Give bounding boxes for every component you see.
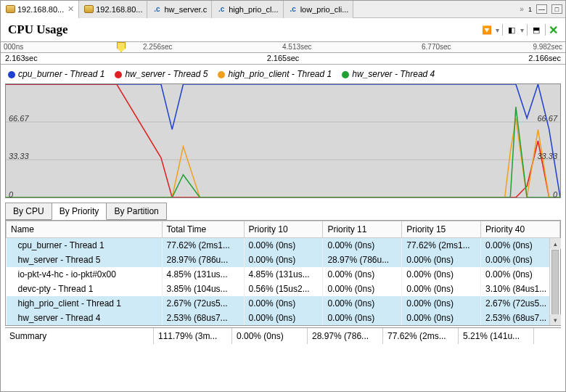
editor-tab[interactable]: .clow_prio_cli...: [284, 1, 354, 18]
table-cell: 2.67% (72us5...: [162, 296, 244, 311]
grouping-tabs: By CPUBy PriorityBy Partition: [5, 203, 565, 220]
separator: [502, 24, 503, 36]
grouping-tab[interactable]: By CPU: [5, 203, 52, 220]
grouping-tab[interactable]: By Partition: [106, 203, 166, 220]
ip-session-icon: [5, 4, 15, 15]
table-cell: 0.00% (0ns): [244, 296, 323, 311]
editor-tab[interactable]: .chw_server.c: [147, 1, 212, 18]
summary-cell: 28.97% (786...: [308, 328, 383, 344]
table-cell: 4.85% (131us...: [244, 267, 323, 282]
ruler-tick: 2.256sec: [143, 43, 173, 51]
table-cell: 0.00% (0ns): [323, 238, 402, 253]
zoom-left-label: 2.163sec: [5, 54, 38, 62]
ruler-tick: 9.982sec: [533, 43, 562, 51]
close-icon[interactable]: ✕: [67, 4, 74, 14]
overflow-chevron-icon[interactable]: »: [520, 5, 524, 13]
table-cell: 2.67% (72us5...: [481, 296, 560, 311]
zoom-mid-label: 2.165sec: [267, 54, 300, 62]
table-row[interactable]: io-pkt-v4-hc - io-pkt#0x004.85% (131us..…: [7, 267, 560, 282]
table-cell: 0.00% (0ns): [402, 253, 481, 267]
legend-color-dot: [115, 71, 122, 78]
table-cell: 0.00% (0ns): [323, 296, 402, 311]
table-cell: 0.00% (0ns): [244, 238, 323, 253]
editor-tab[interactable]: 192.168.80...: [79, 1, 147, 18]
c-file-icon: .c: [152, 4, 162, 15]
table-cell: 3.10% (84us1...: [481, 282, 560, 296]
table-cell: hw_server - Thread 5: [7, 253, 163, 267]
maximize-icon[interactable]: □: [551, 4, 562, 14]
view-toolbar: 🔽 ▾ ◧ ▾ ⬒ ✕: [481, 23, 558, 37]
table-cell: hw_server - Thread 4: [7, 311, 163, 325]
summary-cell: 111.79% (3m...: [154, 328, 232, 344]
table-cell: 28.97% (786u...: [323, 253, 402, 267]
table-row[interactable]: devc-pty - Thread 13.85% (104us...0.56% …: [7, 282, 560, 296]
table-cell: 77.62% (2ms1...: [402, 238, 481, 253]
table-cell: 0.00% (0ns): [402, 311, 481, 325]
cpu-usage-chart[interactable]: 66.6766.6733.3333.3300: [5, 83, 561, 198]
toggle-icon[interactable]: ◧: [506, 24, 517, 36]
editor-tabs: 192.168.80...✕192.168.80....chw_server.c…: [1, 1, 565, 18]
table-cell: 0.00% (0ns): [323, 282, 402, 296]
timeline-marker[interactable]: [117, 42, 126, 52]
scroll-down-icon[interactable]: ▾: [550, 314, 561, 325]
column-header[interactable]: Priority 11: [323, 221, 402, 238]
table-cell: 0.00% (0ns): [323, 311, 402, 325]
table-cell: cpu_burner - Thread 1: [7, 238, 163, 253]
close-view-icon[interactable]: ✕: [549, 23, 558, 37]
tab-label: 192.168.80...: [96, 5, 142, 14]
separator: [527, 24, 528, 36]
table-row[interactable]: cpu_burner - Thread 177.62% (2ms1...0.00…: [7, 238, 560, 253]
grouping-tab[interactable]: By Priority: [52, 203, 107, 220]
vertical-scrollbar[interactable]: ▴ ▾: [549, 238, 560, 325]
table-cell: 2.53% (68us7...: [481, 311, 560, 325]
column-header[interactable]: Priority 40: [481, 221, 560, 238]
summary-cell: 5.21% (141u...: [459, 328, 534, 344]
scroll-thumb[interactable]: [551, 250, 559, 322]
separator: [545, 24, 546, 36]
table-cell: 4.85% (131us...: [162, 267, 244, 282]
column-header[interactable]: Priority 15: [402, 221, 481, 238]
table-cell: devc-pty - Thread 1: [7, 282, 163, 296]
column-header[interactable]: Total Time: [162, 221, 244, 238]
legend-item: hw_server - Thread 5: [115, 69, 208, 79]
ip-session-icon: [83, 4, 94, 15]
overflow-count: 1: [528, 6, 532, 13]
zoom-right-label: 2.166sec: [528, 54, 561, 62]
legend-item: cpu_burner - Thread 1: [8, 69, 104, 79]
dropdown-caret-icon[interactable]: ▾: [496, 26, 499, 34]
editor-tab[interactable]: 192.168.80...✕: [1, 1, 79, 18]
table-row[interactable]: high_prio_client - Thread 12.67% (72us5.…: [7, 296, 560, 311]
tab-label: low_prio_cli...: [300, 5, 349, 14]
legend-color-dot: [8, 71, 15, 78]
options-icon[interactable]: ⬒: [530, 24, 542, 36]
table-row[interactable]: hw_server - Thread 528.97% (786u...0.00%…: [7, 253, 560, 267]
filter-icon[interactable]: 🔽: [481, 24, 493, 36]
scroll-up-icon[interactable]: ▴: [550, 238, 561, 249]
y-axis-label: 33.33: [537, 152, 557, 160]
summary-row: Summary111.79% (3m...0.00% (0ns)28.97% (…: [5, 327, 561, 344]
minimize-icon[interactable]: —: [536, 4, 547, 14]
zoom-ruler[interactable]: 2.163sec 2.165sec 2.166sec: [1, 53, 565, 65]
ruler-tick: 000ns: [4, 43, 23, 51]
column-header[interactable]: Name: [7, 221, 163, 238]
table-cell: 0.00% (0ns): [481, 238, 560, 253]
legend-item: high_prio_client - Thread 1: [218, 69, 332, 79]
timeline-ruler[interactable]: 000ns2.256sec4.513sec6.770sec9.982sec: [1, 41, 565, 53]
summary-cell: 0.00% (0ns): [232, 328, 308, 344]
tab-label: hw_server.c: [164, 5, 207, 14]
table-cell: 0.56% (15us2...: [244, 282, 323, 296]
chart-legend: cpu_burner - Thread 1hw_server - Thread …: [1, 65, 565, 83]
table-cell: 3.85% (104us...: [162, 282, 244, 296]
table-cell: 0.00% (0ns): [481, 267, 560, 282]
column-header[interactable]: Priority 10: [244, 221, 323, 238]
view-header: CPU Usage 🔽 ▾ ◧ ▾ ⬒ ✕: [1, 18, 565, 41]
dropdown-caret-icon[interactable]: ▾: [520, 26, 524, 34]
summary-label: Summary: [5, 328, 154, 344]
ruler-tick: 6.770sec: [422, 43, 451, 51]
table-cell: 28.97% (786u...: [162, 253, 244, 267]
table-row[interactable]: hw_server - Thread 42.53% (68us7...0.00%…: [7, 311, 560, 325]
summary-cell: 77.62% (2ms...: [383, 328, 459, 344]
editor-tab[interactable]: .chigh_prio_cl...: [212, 1, 284, 18]
c-file-icon: .c: [216, 4, 226, 15]
table-cell: 0.00% (0ns): [244, 253, 323, 267]
